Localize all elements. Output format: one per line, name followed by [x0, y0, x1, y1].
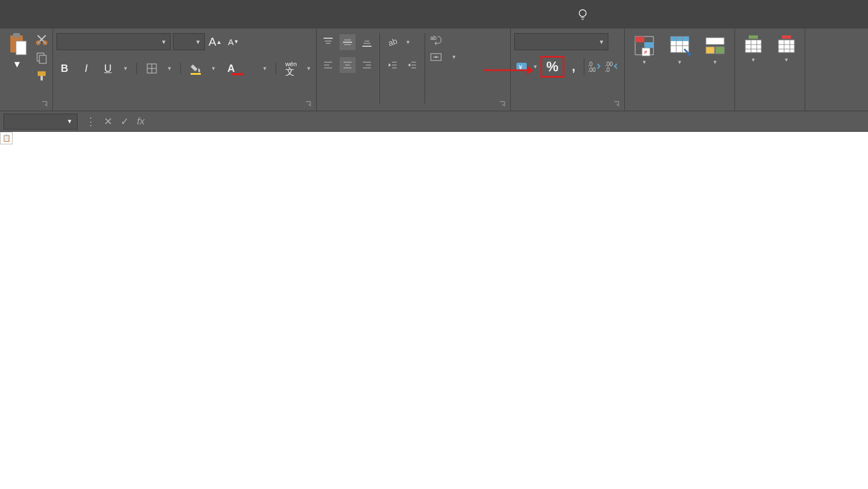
dropdown-icon[interactable]: ▼ [404, 34, 412, 50]
svg-rect-60 [745, 40, 761, 52]
dropdown-icon[interactable]: ▼ [261, 60, 269, 76]
svg-rect-71 [782, 35, 791, 39]
group-label [628, 106, 731, 110]
dropdown-icon[interactable]: ▼ [122, 60, 130, 76]
insert-cells-button[interactable]: ▼ [738, 34, 768, 63]
decrease-indent-button[interactable] [385, 57, 401, 73]
fill-color-button[interactable] [188, 60, 204, 76]
align-right-button[interactable] [359, 57, 375, 73]
cut-button[interactable] [34, 32, 49, 47]
border-button[interactable] [144, 60, 160, 76]
group-label [320, 106, 507, 110]
comma-style-button[interactable]: , [566, 59, 582, 75]
svg-rect-6 [39, 55, 46, 63]
number-format-combo[interactable]: ▼ [514, 33, 608, 50]
svg-rect-49 [644, 42, 653, 48]
paste-icon [6, 32, 29, 57]
ribbon-tabs [0, 0, 868, 29]
group-clipboard: ▼ [0, 29, 53, 111]
align-center-button[interactable] [340, 57, 356, 73]
functions-icon[interactable]: ⋮ [86, 115, 96, 128]
phonetic-button[interactable]: wén文 [283, 60, 299, 76]
italic-button[interactable]: I [78, 60, 94, 76]
enter-icon[interactable]: ✓ [120, 115, 129, 128]
align-top-button[interactable] [320, 34, 336, 50]
formula-bar: ▼ ⋮ ✕ ✓ fx [0, 111, 868, 132]
dropdown-icon[interactable]: ▼ [209, 60, 217, 76]
percent-style-button[interactable]: % [544, 59, 560, 75]
svg-point-72 [579, 10, 586, 17]
dialog-launcher-icon[interactable] [499, 100, 506, 107]
align-left-button[interactable] [320, 57, 336, 73]
group-cells: ▼ ▼ [735, 29, 805, 111]
paste-options-icon[interactable]: 📋 [0, 132, 13, 144]
svg-rect-57 [706, 38, 724, 45]
svg-rect-59 [716, 47, 724, 54]
cancel-icon[interactable]: ✕ [104, 115, 112, 128]
paste-button[interactable]: ▼ [3, 31, 31, 71]
orientation-button[interactable]: ab [385, 34, 401, 50]
format-as-table-button[interactable]: ▼ [664, 34, 696, 65]
delete-cells-button[interactable]: ▼ [772, 34, 801, 63]
dropdown-icon[interactable]: ▼ [165, 60, 173, 76]
group-label [56, 106, 313, 110]
annotation-arrow [483, 63, 534, 78]
bold-button[interactable]: B [56, 60, 72, 76]
increase-indent-button[interactable] [404, 57, 420, 73]
dropdown-icon: ▼ [13, 59, 22, 70]
merge-center-button[interactable]: ▼ [430, 51, 457, 63]
svg-rect-8 [41, 76, 43, 80]
group-label [3, 106, 49, 110]
svg-rect-12 [191, 73, 201, 75]
copy-button[interactable] [34, 50, 49, 65]
svg-rect-66 [778, 40, 794, 52]
ribbon: ▼ ▼ ▼ A▲ [0, 29, 868, 111]
cell-styles-button[interactable]: ▼ [699, 34, 731, 65]
svg-rect-53 [671, 37, 689, 41]
format-painter-button[interactable] [34, 68, 49, 83]
dialog-launcher-icon[interactable] [305, 100, 312, 107]
svg-text:ab: ab [387, 36, 398, 47]
svg-rect-1 [13, 33, 20, 38]
group-label [514, 106, 621, 110]
group-font: ▼ ▼ A▲ A▼ B I U ▼ ▼ ▼ A ▼ wén文 [53, 29, 317, 111]
name-box[interactable]: ▼ [3, 114, 78, 130]
group-alignment: ab ▼ ab ▼ [317, 29, 511, 111]
increase-font-button[interactable]: A▲ [207, 34, 223, 50]
group-styles: ≠ ▼ ▼ ▼ [625, 29, 735, 111]
wrap-text-button[interactable]: ab [430, 34, 457, 46]
svg-text:ab: ab [430, 35, 437, 41]
font-name-combo[interactable]: ▼ [56, 33, 171, 50]
svg-rect-2 [16, 41, 26, 55]
align-bottom-button[interactable] [359, 34, 375, 50]
underline-button[interactable]: U [100, 60, 116, 76]
lightbulb-icon [576, 8, 589, 21]
svg-text:≠: ≠ [644, 49, 647, 55]
svg-text:.0: .0 [605, 67, 610, 73]
svg-rect-48 [635, 37, 644, 42]
spreadsheet-grid[interactable]: ▦ 📋 [0, 132, 868, 489]
dialog-launcher-icon[interactable] [613, 100, 620, 107]
svg-rect-58 [706, 47, 714, 54]
increase-decimal-button[interactable]: .0.00 [587, 59, 603, 75]
conditional-formatting-button[interactable]: ≠ ▼ [628, 34, 660, 65]
decrease-font-button[interactable]: A▼ [225, 34, 241, 50]
svg-text:.00: .00 [588, 67, 596, 73]
font-size-combo[interactable]: ▼ [173, 33, 205, 50]
group-number: ▼ ¥ ▼ % , .0.00 .00.0 [511, 29, 625, 111]
group-label [738, 106, 801, 110]
dropdown-icon[interactable]: ▼ [305, 60, 313, 76]
svg-rect-7 [38, 71, 46, 76]
align-middle-button[interactable] [340, 34, 356, 50]
dialog-launcher-icon[interactable] [41, 100, 48, 107]
fx-icon[interactable]: fx [137, 116, 144, 127]
svg-rect-65 [749, 35, 758, 39]
tell-me-search[interactable] [576, 0, 595, 29]
decrease-decimal-button[interactable]: .00.0 [604, 59, 620, 75]
